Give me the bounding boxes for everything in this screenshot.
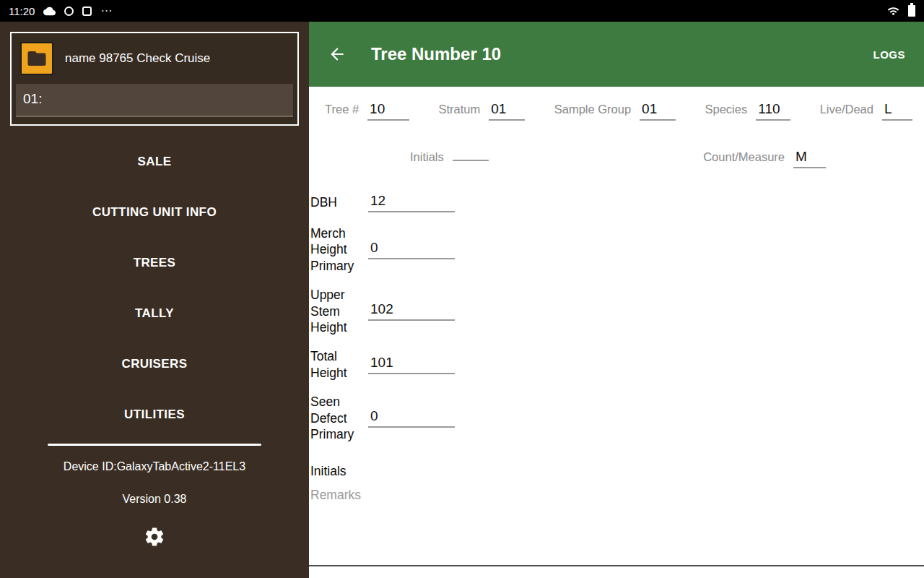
field-merch-height-primary: Merch Height Primary 0 [310,225,924,274]
upper-stem-height-label: Upper Stem Height [310,287,368,335]
total-height-label: Total Height [310,348,368,381]
field-sample-group: Sample Group 01 [554,101,676,121]
dbh-input[interactable]: 12 [368,193,455,212]
gear-icon[interactable] [144,526,165,548]
seen-defect-primary-label: Seen Defect Primary [310,394,368,442]
stratum-label: Stratum [439,103,481,116]
sample-group-input[interactable]: 01 [640,101,676,121]
live-dead-input[interactable]: L [882,101,912,121]
initials-label: Initials [309,464,924,479]
field-dbh: DBH 12 [310,193,924,212]
sidebar-item-sale[interactable]: SALE [138,155,172,169]
field-upper-stem-height: Upper Stem Height 102 [310,287,924,335]
second-field-row: Initials Count/Measure M [309,144,924,168]
sidebar-divider [48,444,261,446]
field-stratum: Stratum 01 [439,101,526,121]
live-dead-label: Live/Dead [820,103,873,116]
more-icon: ⋯ [100,5,113,17]
sidebar-item-cruisers[interactable]: CRUISERS [121,357,187,371]
device-id: Device ID:GalaxyTabActive2-11EL3 [64,460,245,473]
sidebar-item-trees[interactable]: TREES [134,256,176,270]
upper-stem-height-input[interactable]: 102 [368,301,455,321]
sidebar-item-utilities[interactable]: UTILITIES [124,407,185,422]
sidebar-item-cutting-unit-info[interactable]: CUTTING UNIT INFO [92,205,217,220]
main-panel: Tree Number 10 LOGS Tree # 10 Stratum 01… [309,22,924,578]
top-field-row: Tree # 10 Stratum 01 Sample Group 01 Spe… [309,87,924,121]
sidebar-menu: SALE CUTTING UNIT INFO TREES TALLY CRUIS… [92,155,217,422]
logs-button[interactable]: LOGS [873,48,905,61]
species-label: Species [705,103,748,116]
version-label: Version 0.38 [123,493,187,506]
field-initials: Initials [410,144,489,164]
content: name 98765 Check Cruise 01: SALE CUTTING… [0,22,924,578]
cloud-icon [43,5,56,17]
folder-icon [20,42,53,75]
bottom-divider [309,565,924,566]
merch-height-primary-label: Merch Height Primary [310,225,368,274]
battery-icon [908,5,915,17]
sale-selector[interactable]: name 98765 Check Cruise 01: [10,32,299,126]
cutting-unit-value: 01: [23,91,42,106]
field-seen-defect-primary: Seen Defect Primary 0 [310,394,924,442]
field-tree-number: Tree # 10 [325,101,409,121]
sale-name: name 98765 Check Cruise [65,51,210,66]
back-button[interactable] [328,45,346,64]
initials-row-label: Initials [410,150,444,164]
sidebar: name 98765 Check Cruise 01: SALE CUTTING… [0,22,309,578]
gallery-icon [82,7,92,16]
page-title: Tree Number 10 [371,44,501,64]
cutting-unit-spinner[interactable]: 01: [16,84,293,117]
field-live-dead: Live/Dead L [820,101,912,121]
stratum-input[interactable]: 01 [489,101,525,121]
field-total-height: Total Height 101 [310,348,924,381]
tree-form: Tree # 10 Stratum 01 Sample Group 01 Spe… [309,87,924,578]
sample-group-label: Sample Group [554,103,631,116]
sale-header: name 98765 Check Cruise [12,33,297,82]
species-input[interactable]: 110 [756,101,790,121]
tree-number-input[interactable]: 10 [367,101,409,121]
sidebar-item-tally[interactable]: TALLY [135,306,174,321]
seen-defect-primary-input[interactable]: 0 [368,408,455,428]
field-species: Species 110 [705,101,791,121]
app-bar: Tree Number 10 LOGS [309,22,924,87]
total-height-input[interactable]: 101 [368,355,455,374]
status-bar: 11:20 ⋯ [0,0,924,22]
merch-height-primary-input[interactable]: 0 [368,240,455,259]
field-count-measure: Count/Measure M [703,149,826,168]
messenger-icon [64,7,74,16]
status-time: 11:20 [9,5,35,17]
count-measure-input[interactable]: M [793,149,826,168]
remarks-input[interactable]: Remarks [309,488,924,503]
tree-number-label: Tree # [325,103,359,116]
count-measure-label: Count/Measure [703,150,785,164]
wifi-icon [887,5,899,17]
initials-input[interactable] [453,144,489,161]
screen: 11:20 ⋯ name 98765 Check Cruise 01: [0,0,924,578]
measurement-fields: DBH 12 Merch Height Primary 0 Upper Stem… [309,193,924,442]
dbh-label: DBH [310,194,368,210]
